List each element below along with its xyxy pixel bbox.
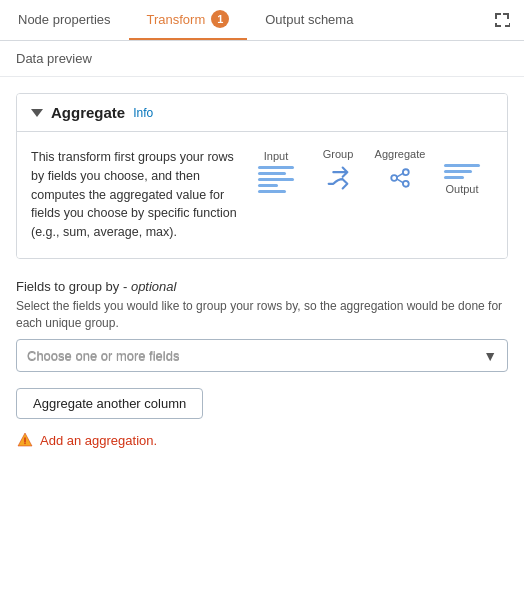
- optional-label: optional: [131, 279, 177, 294]
- aggregate-title: Aggregate: [51, 104, 125, 121]
- aggregate-node-icon: [386, 164, 414, 195]
- tab-transform-badge: 1: [211, 10, 229, 28]
- fields-select-wrapper[interactable]: Choose one or more fields ▼ Choose one o…: [16, 339, 508, 372]
- diagram-group: Group: [307, 148, 369, 195]
- fields-sublabel: Select the fields you would like to grou…: [16, 298, 508, 332]
- aggregate-description: This transform first groups your rows by…: [31, 148, 245, 242]
- tab-node-properties[interactable]: Node properties: [0, 0, 129, 40]
- input-line-2: [258, 172, 286, 175]
- diagram-input: Input: [245, 150, 307, 193]
- warning-row: Add an aggregation.: [16, 431, 508, 449]
- input-line-4: [258, 184, 278, 187]
- diagram-area: This transform first groups your rows by…: [17, 132, 507, 258]
- input-lines: [258, 166, 294, 193]
- output-line-3: [444, 176, 464, 179]
- diagram-output-spacer: [460, 148, 463, 160]
- diagram-icons-row: Input Group: [245, 148, 493, 195]
- svg-line-3: [397, 173, 403, 177]
- input-line-3: [258, 178, 294, 181]
- aggregate-section: Aggregate Info This transform first grou…: [16, 93, 508, 259]
- tab-bar: Node properties Transform 1 Output schem…: [0, 0, 524, 41]
- svg-point-1: [403, 169, 409, 175]
- diagram-output: Output: [431, 148, 493, 195]
- diagram-input-label: Input: [264, 150, 288, 162]
- svg-point-5: [24, 443, 26, 445]
- expand-button[interactable]: [480, 0, 524, 40]
- expand-icon: [494, 12, 510, 28]
- warning-text: Add an aggregation.: [40, 433, 157, 448]
- fields-to-group-section: Fields to group by - optional Select the…: [16, 279, 508, 373]
- tab-output-schema[interactable]: Output schema: [247, 0, 371, 40]
- aggregate-another-column-button[interactable]: Aggregate another column: [16, 388, 203, 419]
- output-lines: [444, 164, 480, 179]
- diagram-output-label: Output: [445, 183, 478, 195]
- output-line-1: [444, 164, 480, 167]
- diagram-group-label: Group: [323, 148, 354, 160]
- collapse-icon[interactable]: [31, 109, 43, 117]
- tab-node-properties-label: Node properties: [18, 12, 111, 27]
- input-line-1: [258, 166, 294, 169]
- warning-icon: [16, 431, 34, 449]
- tab-transform[interactable]: Transform 1: [129, 0, 248, 40]
- diagram-aggregate: Aggregate: [369, 148, 431, 195]
- diagram-aggregate-label: Aggregate: [375, 148, 426, 160]
- sub-tab-bar: Data preview: [0, 41, 524, 77]
- tab-output-schema-label: Output schema: [265, 12, 353, 27]
- svg-line-4: [397, 179, 403, 183]
- fields-select[interactable]: Choose one or more fields: [17, 340, 507, 371]
- aggregate-button-row: Aggregate another column: [16, 388, 508, 419]
- main-content: Aggregate Info This transform first grou…: [0, 77, 524, 465]
- svg-point-0: [391, 175, 397, 181]
- shuffle-icon: [324, 164, 352, 195]
- input-line-5: [258, 190, 286, 193]
- aggregate-header: Aggregate Info: [17, 94, 507, 132]
- tab-transform-label: Transform: [147, 12, 206, 27]
- diagram-visual: Input Group: [245, 148, 493, 195]
- output-line-2: [444, 170, 472, 173]
- data-preview-tab[interactable]: Data preview: [16, 51, 92, 66]
- info-link[interactable]: Info: [133, 106, 153, 120]
- fields-label: Fields to group by - optional: [16, 279, 508, 294]
- svg-point-2: [403, 181, 409, 187]
